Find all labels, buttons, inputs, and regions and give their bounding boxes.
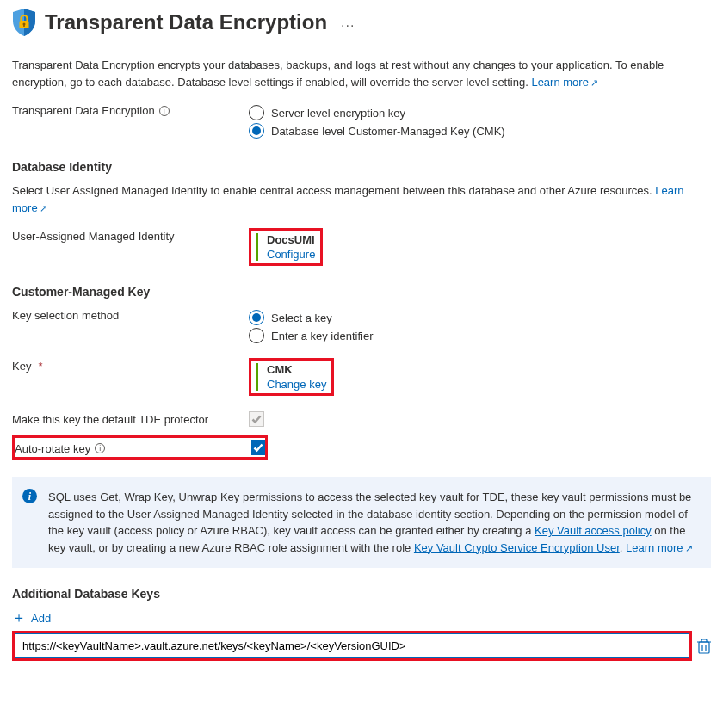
- kv-access-policy-link[interactable]: Key Vault access policy: [535, 524, 652, 537]
- highlight-autorotate: Auto-rotate key i: [12, 435, 268, 460]
- change-key-link[interactable]: Change key: [267, 378, 326, 391]
- required-asterisk: *: [38, 360, 42, 373]
- section-database-identity: Database Identity: [12, 160, 711, 174]
- configure-link[interactable]: Configure: [267, 248, 315, 261]
- plus-icon: ＋: [12, 609, 26, 627]
- highlight-key-input: [12, 631, 692, 661]
- umi-name: DocsUMI: [267, 233, 315, 246]
- info-callout: i SQL uses Get, Wrap Key, Unwrap Key per…: [12, 477, 711, 568]
- page-title: Transparent Data Encryption: [45, 10, 327, 34]
- autorotate-checkbox[interactable]: [251, 440, 265, 455]
- more-menu[interactable]: ...: [341, 15, 355, 30]
- external-link-icon: ↗: [590, 77, 598, 88]
- autorotate-label: Auto-rotate key: [15, 442, 90, 455]
- add-key-button[interactable]: ＋ Add: [12, 609, 711, 627]
- section-additional-keys: Additional Database Keys: [12, 587, 711, 601]
- intro-text: Transparent Data Encryption encrypts you…: [12, 57, 711, 90]
- info-icon: i: [22, 489, 37, 503]
- shield-lock-icon: [12, 9, 36, 36]
- section-cmk: Customer-Managed Key: [12, 285, 711, 299]
- default-tde-label: Make this key the default TDE protector: [12, 413, 208, 426]
- key-uri-input[interactable]: [15, 633, 689, 658]
- highlight-umi: DocsUMI Configure: [249, 228, 323, 266]
- external-link-icon: ↗: [685, 543, 693, 553]
- external-link-icon: ↗: [40, 203, 47, 213]
- delete-icon[interactable]: [697, 639, 711, 654]
- identity-desc: Select User Assigned Managed Identity to…: [12, 182, 711, 216]
- kv-crypto-user-link[interactable]: Key Vault Crypto Service Encryption User: [414, 541, 620, 554]
- radio-server-level[interactable]: Server level encryption key: [249, 105, 711, 120]
- default-tde-checkbox: [249, 411, 264, 427]
- info-icon[interactable]: i: [159, 106, 170, 116]
- info-icon[interactable]: i: [95, 443, 105, 453]
- svg-rect-2: [23, 24, 25, 27]
- umi-value-box: DocsUMI Configure: [256, 233, 315, 261]
- key-name: CMK: [267, 363, 326, 376]
- umi-label: User-Assigned Managed Identity: [12, 230, 175, 243]
- highlight-key: CMK Change key: [249, 358, 334, 396]
- radio-database-level[interactable]: Database level Customer-Managed Key (CMK…: [249, 123, 711, 139]
- svg-rect-3: [699, 642, 709, 653]
- key-value-box: CMK Change key: [256, 363, 326, 391]
- key-selection-label: Key selection method: [12, 309, 119, 322]
- intro-learn-more-link[interactable]: Learn more↗: [531, 76, 597, 89]
- radio-enter-identifier[interactable]: Enter a key identifier: [249, 328, 711, 343]
- tde-label: Transparent Data Encryption: [12, 104, 155, 117]
- key-label: Key: [12, 360, 31, 373]
- infobox-learn-more-link[interactable]: Learn more↗: [626, 541, 692, 554]
- radio-select-key[interactable]: Select a key: [249, 310, 711, 325]
